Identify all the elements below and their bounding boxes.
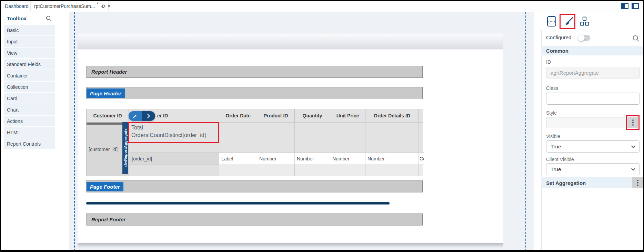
tab-report[interactable]: rptCustomerPurchaseSum... * × (31, 1, 109, 11)
col-header-label: Product ID (264, 113, 288, 118)
table-cell-empty[interactable] (365, 143, 419, 153)
table-cell-empty[interactable] (330, 143, 365, 153)
cell-quantity-detail[interactable]: Number (294, 153, 330, 165)
table-cell-empty[interactable] (419, 122, 423, 143)
visible-select[interactable]: True (546, 140, 640, 153)
configured-toggle[interactable] (578, 35, 590, 41)
table-cell-empty[interactable] (129, 165, 219, 176)
class-field[interactable] (546, 93, 640, 105)
toolbox-item-label: Card (7, 96, 17, 101)
table-cell-empty[interactable] (219, 165, 257, 176)
id-label: ID (546, 59, 551, 65)
table-cell-empty[interactable] (257, 143, 295, 153)
toolbox-item-html[interactable]: HTML (4, 127, 55, 138)
band-page-footer[interactable]: Page Footer (86, 180, 423, 192)
toolbox-item-report-controls[interactable]: Report Controls (4, 138, 55, 149)
search-icon[interactable] (632, 35, 640, 43)
col-header-customer-id[interactable]: Customer ID (86, 109, 129, 123)
aggregate-control-tab[interactable]: sfwReportAggregate (122, 122, 128, 174)
toolbox-item-collection[interactable]: Collection (4, 82, 55, 92)
toolbox-item-label: HTML (7, 130, 20, 135)
expand-button[interactable] (142, 111, 155, 121)
selected-aggregate-cell[interactable]: Total Orders:CountDistinct[order_id] (128, 122, 219, 143)
cell-order-date-detail[interactable]: Label (219, 153, 257, 165)
toolbox-item-label: Input (7, 39, 18, 44)
section-set-aggregation[interactable]: Set Aggregation (541, 177, 643, 188)
cell-text: Number (368, 156, 385, 161)
style-label: Style (546, 110, 557, 116)
cell-text: Cu (420, 156, 424, 161)
chevron-down-icon (631, 145, 635, 148)
band-page-header-label: Page Header (87, 88, 125, 98)
col-header-label: Order Details ID (374, 113, 410, 118)
panel-toggle-group (621, 3, 639, 9)
aggregate-control-tab-label: sfwReportAggregate (123, 128, 128, 168)
client-visible-select[interactable]: True (546, 163, 640, 175)
table-cell-empty[interactable] (419, 143, 423, 153)
toolbox-item-label: Basic (7, 28, 19, 33)
toolbox-item-actions[interactable]: Actions (4, 116, 55, 126)
id-field[interactable] (546, 67, 640, 78)
set-aggregation-menu-button[interactable] (632, 177, 643, 188)
document-tab-bar: Dashboard rptCustomerPurchaseSum... * × (1, 1, 643, 11)
style-field[interactable] (546, 117, 628, 128)
band-report-header[interactable]: Report Header (86, 66, 423, 78)
col-header-label: Quantity (303, 113, 322, 118)
table-cell-empty[interactable] (219, 122, 257, 143)
col-header-unit-price[interactable]: Unit Price (330, 109, 365, 123)
tab-properties[interactable]: {⋯} (547, 16, 556, 28)
tab-dashboard[interactable]: Dashboard (3, 1, 31, 11)
col-header-product-id[interactable]: Product ID (257, 109, 295, 123)
pin-icon[interactable] (100, 4, 106, 9)
table-cell-empty[interactable] (330, 122, 365, 143)
toolbox-item-label: Report Controls (7, 141, 41, 147)
toolbox-item-view[interactable]: View (4, 48, 55, 58)
toolbox-item-container[interactable]: Container (4, 70, 55, 81)
line-report-item[interactable] (86, 202, 390, 204)
table-cell-empty[interactable] (294, 122, 330, 143)
visible-label: Visible (546, 134, 560, 139)
close-tab-icon[interactable]: × (108, 3, 111, 9)
tab-structure[interactable] (580, 17, 589, 27)
col-header-order-date[interactable]: Order Date (219, 109, 257, 123)
toolbox-item-input[interactable]: Input (4, 36, 55, 47)
table-cell-empty[interactable] (294, 165, 330, 176)
table-cell-empty[interactable] (365, 165, 419, 176)
edit-button[interactable] (129, 111, 142, 121)
table-cell-empty[interactable] (365, 122, 419, 143)
band-page-header[interactable]: Page Header (86, 87, 423, 99)
band-report-footer[interactable]: Report Footer (86, 213, 423, 225)
table-cell-empty[interactable] (294, 143, 330, 153)
toolbox-item-card[interactable]: Card (4, 93, 55, 104)
toggle-left-panel-icon[interactable] (621, 3, 628, 9)
cell-clipped-detail[interactable]: Cu (419, 153, 424, 165)
table-cell-empty[interactable] (257, 122, 295, 143)
configured-label: Configured (546, 34, 571, 40)
section-set-aggregation-label: Set Aggregation (546, 180, 586, 186)
visible-select-value: True (551, 144, 561, 149)
client-visible-select-value: True (551, 166, 561, 172)
table-cell-empty[interactable] (129, 143, 219, 153)
cell-product-id-detail[interactable]: Number (257, 153, 295, 165)
col-header-order-details-id[interactable]: Order Details ID (365, 109, 419, 123)
annotation-box-style-menu (626, 115, 640, 130)
cell-unit-price-detail[interactable]: Number (330, 153, 365, 165)
table-cell-empty[interactable] (330, 165, 365, 176)
toggle-right-panel-icon[interactable] (632, 3, 639, 9)
search-icon[interactable] (46, 15, 52, 21)
toolbox-item-basic[interactable]: Basic (4, 25, 55, 35)
toolbox-item-label: Chart (7, 107, 19, 113)
col-header-label: Unit Price (336, 113, 359, 118)
cell-order-id-detail[interactable]: [order_id] (129, 153, 219, 165)
col-header-clipped[interactable] (419, 109, 423, 123)
table-cell-empty[interactable] (419, 165, 423, 176)
properties-tab-strip (541, 12, 643, 30)
cell-text: Number (259, 156, 276, 161)
cell-order-details-id-detail[interactable]: Number (365, 153, 419, 165)
section-common[interactable]: Common (541, 46, 643, 55)
table-cell-empty[interactable] (219, 143, 257, 153)
toolbox-item-chart[interactable]: Chart (4, 104, 55, 115)
table-cell-empty[interactable] (257, 165, 295, 176)
col-header-quantity[interactable]: Quantity (294, 109, 330, 123)
toolbox-item-standard-fields[interactable]: Standard Fields (4, 59, 55, 70)
